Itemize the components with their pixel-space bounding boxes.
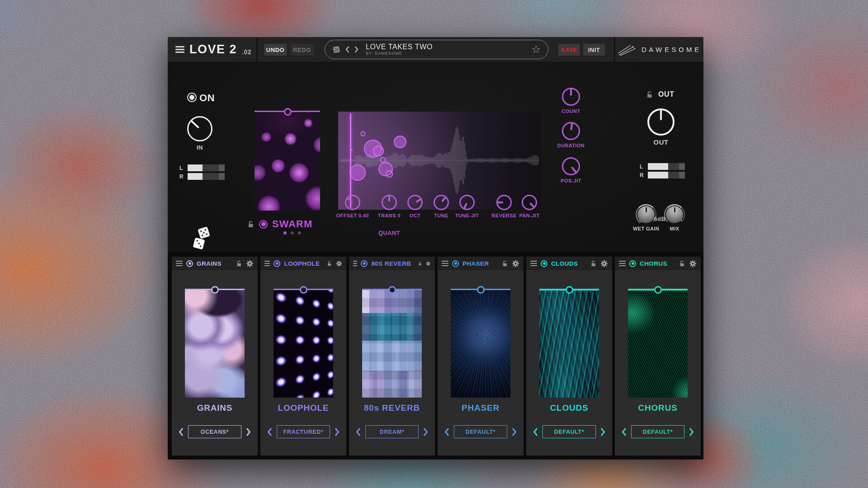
fx-module-chorus: CHORUS CHORUS DEFAULT*: [615, 257, 701, 455]
lock-open-icon[interactable]: [327, 260, 332, 267]
module-slider-handle[interactable]: [211, 286, 219, 294]
module-preset-name[interactable]: DREAM*: [365, 425, 419, 438]
module-slider-handle[interactable]: [477, 286, 485, 294]
next-preset-icon[interactable]: [245, 427, 251, 436]
module-slider-handle[interactable]: [388, 286, 396, 294]
out-knob[interactable]: [647, 108, 675, 136]
module-preset-name[interactable]: DEFAULT*: [631, 425, 684, 438]
meter-l-label: L: [179, 165, 184, 171]
module-visual[interactable]: [628, 289, 688, 398]
lock-open-icon[interactable]: [502, 260, 508, 267]
next-preset-icon[interactable]: [689, 427, 694, 436]
tune-knob[interactable]: [434, 195, 449, 210]
reverse-knob[interactable]: [496, 195, 512, 210]
main-menu-icon[interactable]: [175, 46, 184, 53]
prev-preset-icon[interactable]: [444, 427, 450, 436]
swarm-visual[interactable]: [255, 111, 320, 211]
module-header: GRAINS: [172, 257, 258, 270]
quant-label[interactable]: QUANT: [372, 230, 406, 236]
lock-open-icon[interactable]: [418, 260, 422, 267]
module-menu-icon[interactable]: [619, 261, 626, 267]
module-slider[interactable]: [451, 289, 510, 290]
tune-jit-knob[interactable]: [459, 195, 475, 210]
module-visual[interactable]: [362, 289, 422, 398]
trans-knob[interactable]: [382, 195, 397, 210]
next-preset-icon[interactable]: [600, 427, 606, 436]
lock-open-icon[interactable]: [590, 260, 597, 267]
randomize-dice-icon[interactable]: [332, 45, 341, 54]
gear-icon[interactable]: [689, 260, 697, 267]
module-menu-icon[interactable]: [353, 261, 357, 267]
next-preset-icon[interactable]: [511, 427, 517, 436]
init-button[interactable]: INIT: [583, 44, 605, 56]
module-slider[interactable]: [362, 289, 422, 290]
module-visual[interactable]: [274, 289, 333, 398]
module-enable-led[interactable]: [361, 260, 368, 267]
swarm-slider-handle[interactable]: [284, 108, 292, 116]
next-preset-icon[interactable]: [423, 427, 429, 436]
count-knob[interactable]: [562, 88, 580, 106]
module-enable-led[interactable]: [186, 260, 193, 267]
module-enable-led[interactable]: [541, 260, 547, 267]
module-menu-icon[interactable]: [442, 261, 448, 267]
next-preset-icon[interactable]: [354, 46, 359, 53]
module-menu-icon[interactable]: [176, 261, 183, 267]
prev-preset-icon[interactable]: [533, 427, 538, 436]
module-preset-selector: DEFAULT*: [438, 425, 524, 438]
swarm-slider[interactable]: [255, 111, 320, 112]
swarm-led[interactable]: [259, 220, 268, 229]
lock-open-icon[interactable]: [236, 260, 242, 267]
preset-browser[interactable]: LOVE TAKES TWO BY: DAWESOME ☆: [325, 40, 548, 59]
prev-preset-icon[interactable]: [621, 427, 627, 436]
lock-open-icon[interactable]: [679, 260, 685, 267]
prev-preset-icon[interactable]: [267, 427, 273, 436]
module-menu-icon[interactable]: [530, 261, 537, 267]
pos-jit-knob-group: POS-JIT: [554, 157, 588, 183]
pos-jit-knob[interactable]: [562, 157, 580, 175]
module-enable-led[interactable]: [274, 260, 280, 267]
randomize-dice-icon[interactable]: [190, 225, 213, 250]
module-slider-handle[interactable]: [566, 286, 573, 294]
offset-knob[interactable]: [345, 195, 360, 210]
gear-icon[interactable]: [246, 260, 254, 267]
wet-gain-knob[interactable]: [637, 206, 655, 223]
module-menu-icon[interactable]: [264, 261, 270, 267]
lock-open-icon[interactable]: [247, 221, 255, 228]
gear-icon[interactable]: [336, 260, 342, 267]
prev-preset-icon[interactable]: [178, 427, 184, 436]
undo-button[interactable]: UNDO: [264, 44, 287, 56]
swarm-page-dots[interactable]: [283, 231, 301, 235]
module-visual[interactable]: [539, 289, 599, 398]
title-bar: LOVE 2 .02 UNDO REDO LOVE TAKES TWO BY: …: [168, 37, 703, 62]
prev-preset-icon[interactable]: [355, 427, 361, 436]
module-preset-name[interactable]: DEFAULT*: [454, 425, 507, 438]
module-slider-handle[interactable]: [300, 286, 307, 294]
redo-button[interactable]: REDO: [290, 44, 314, 56]
lock-open-icon[interactable]: [646, 91, 653, 99]
module-slider[interactable]: [185, 289, 245, 290]
save-button[interactable]: SAVE: [558, 44, 580, 56]
gear-icon[interactable]: [512, 260, 519, 267]
gear-icon[interactable]: [600, 260, 608, 267]
pan-jit-knob[interactable]: [522, 195, 537, 210]
mix-knob[interactable]: [666, 206, 683, 223]
oct-knob[interactable]: [407, 195, 423, 210]
module-enable-led[interactable]: [629, 260, 636, 267]
gear-icon[interactable]: [426, 260, 431, 267]
module-slider[interactable]: [274, 289, 333, 290]
module-visual[interactable]: [185, 289, 245, 398]
module-preset-name[interactable]: FRACTURED*: [277, 425, 330, 438]
next-preset-icon[interactable]: [334, 427, 340, 436]
on-toggle[interactable]: [187, 93, 197, 102]
module-preset-name[interactable]: DEFAULT*: [542, 425, 596, 438]
module-slider[interactable]: [628, 289, 688, 291]
in-knob[interactable]: [187, 116, 212, 141]
module-visual[interactable]: [451, 289, 510, 398]
favorite-star-icon[interactable]: ☆: [531, 44, 541, 55]
duration-knob[interactable]: [562, 122, 580, 140]
module-enable-led[interactable]: [452, 260, 459, 267]
module-slider[interactable]: [539, 289, 599, 291]
module-slider-handle[interactable]: [654, 286, 662, 294]
prev-preset-icon[interactable]: [345, 46, 350, 53]
module-preset-name[interactable]: OCEANS*: [188, 425, 241, 438]
